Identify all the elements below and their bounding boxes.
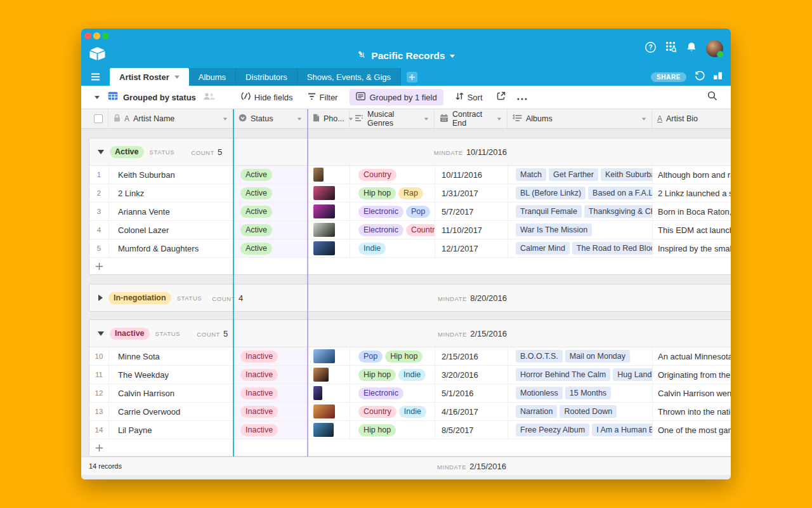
table-row[interactable]: 5 Mumford & Daughters Active Indie 12/1/… xyxy=(89,239,731,258)
option-chip[interactable]: Indie xyxy=(398,369,426,381)
artist-name-cell[interactable]: Calvin Harrison xyxy=(109,384,234,402)
artist-name-cell[interactable]: Lil Payne xyxy=(109,421,234,439)
column-menu-icon[interactable] xyxy=(348,117,352,120)
genres-cell[interactable]: Indie xyxy=(350,239,435,257)
grid-view-icon[interactable] xyxy=(108,91,118,103)
column-header-status[interactable]: Status xyxy=(233,109,308,128)
status-cell[interactable]: Inactive xyxy=(234,403,308,420)
status-cell[interactable]: Inactive xyxy=(234,366,308,384)
tab-caret-icon[interactable] xyxy=(174,76,180,79)
option-chip[interactable]: Rap xyxy=(398,187,423,199)
column-header-artist-bio[interactable]: A Artist Bio xyxy=(652,109,731,128)
artist-name-cell[interactable]: Keith Suburban xyxy=(109,166,234,184)
tab-shows-events-gigs[interactable]: Shows, Events, & Gigs xyxy=(298,68,401,86)
genres-cell[interactable]: Hip hopRap xyxy=(350,184,435,202)
tab-albums[interactable]: Albums xyxy=(189,68,236,86)
column-menu-icon[interactable] xyxy=(223,117,227,120)
photo-cell[interactable] xyxy=(308,421,350,439)
search-icon[interactable] xyxy=(707,91,717,104)
option-chip[interactable]: Indie xyxy=(358,243,386,255)
option-chip[interactable]: Hip hop xyxy=(358,369,396,381)
status-cell[interactable]: Inactive xyxy=(234,384,308,402)
artist-bio-cell[interactable]: 2 Linkz launched a suc xyxy=(653,184,731,202)
status-cell[interactable]: Active xyxy=(234,239,308,257)
group-header[interactable]: Active STATUS COUNT5 MINDATE10/11/2016 xyxy=(89,138,731,166)
option-chip[interactable]: Motionless xyxy=(516,387,563,399)
more-options-icon[interactable] xyxy=(517,91,527,103)
genres-cell[interactable]: ElectronicPop xyxy=(350,203,435,220)
help-icon[interactable]: ? xyxy=(645,42,656,55)
group-header[interactable]: In-negotiation STATUS COUNT4 MINDATE8/20… xyxy=(89,284,731,311)
option-chip[interactable]: Mail on Monday xyxy=(565,350,630,363)
group-button[interactable]: Grouped by 1 field xyxy=(350,89,443,105)
artist-bio-cell[interactable]: Originating from the B xyxy=(653,366,731,384)
add-record-row[interactable] xyxy=(89,258,731,274)
collaborators-icon[interactable] xyxy=(203,91,215,103)
close-window-button[interactable] xyxy=(84,32,91,39)
column-menu-icon[interactable] xyxy=(642,117,646,120)
genres-cell[interactable]: Country xyxy=(350,166,435,184)
option-chip[interactable]: Country xyxy=(406,224,435,236)
table-row[interactable]: 14 Lil Payne Inactive Hip hop 8/5/2017 F… xyxy=(89,421,731,439)
option-chip[interactable]: Keith Suburban in xyxy=(601,168,653,181)
column-header-albums[interactable]: Albums xyxy=(508,109,652,128)
option-chip[interactable]: Electronic xyxy=(358,224,403,236)
option-chip[interactable]: Country xyxy=(358,169,396,181)
table-row[interactable]: 12 Calvin Harrison Inactive Electronic 5… xyxy=(89,384,731,403)
option-chip[interactable]: Hip hop xyxy=(385,351,422,363)
add-record-row[interactable] xyxy=(89,439,731,456)
option-chip[interactable]: BL (Before Linkz) xyxy=(516,187,586,199)
option-chip[interactable]: B.O.O.T.S. xyxy=(516,350,563,363)
contract-end-cell[interactable]: 10/11/2016 xyxy=(435,166,508,184)
artist-bio-cell[interactable]: One of the most game xyxy=(653,421,731,439)
albums-cell[interactable]: BL (Before Linkz)Based on a F.A.L.S.E xyxy=(508,184,653,202)
option-chip[interactable]: Based on a F.A.L.S.E xyxy=(588,187,653,199)
column-header-contract-end[interactable]: Contract End xyxy=(435,109,508,128)
artist-bio-cell[interactable]: Inspired by the small r xyxy=(653,239,731,257)
option-chip[interactable]: Horror Behind The Calm xyxy=(516,368,610,381)
contract-end-cell[interactable]: 8/5/2017 xyxy=(435,421,508,439)
albums-cell[interactable]: Calmer MindThe Road to Red Blocks xyxy=(508,239,653,257)
photo-cell[interactable] xyxy=(308,184,350,202)
select-all-checkbox[interactable] xyxy=(94,114,103,123)
photo-cell[interactable] xyxy=(308,221,350,239)
select-all-cell[interactable] xyxy=(89,109,108,128)
column-menu-icon[interactable] xyxy=(424,117,428,120)
option-chip[interactable]: Electronic xyxy=(358,387,403,399)
photo-cell[interactable] xyxy=(308,347,350,365)
blocks-icon[interactable] xyxy=(713,71,723,83)
artist-bio-cell[interactable]: Although born and rais xyxy=(653,166,731,184)
genres-cell[interactable]: PopHip hop xyxy=(350,347,435,365)
status-cell[interactable]: Inactive xyxy=(234,347,308,365)
photo-cell[interactable] xyxy=(308,239,350,257)
tab-distributors[interactable]: Distributors xyxy=(236,68,298,86)
expand-group-icon[interactable] xyxy=(98,295,103,301)
option-chip[interactable]: 15 Months xyxy=(565,387,611,399)
marketplace-grid-icon[interactable] xyxy=(665,41,677,55)
option-chip[interactable]: Electronic xyxy=(358,206,403,218)
genres-cell[interactable]: ElectronicCountry xyxy=(350,221,435,239)
table-row[interactable]: 2 2 Linkz Active Hip hopRap 1/31/2017 BL… xyxy=(89,184,731,203)
option-chip[interactable]: Tranquil Female xyxy=(516,205,582,218)
sidebar-menu-icon[interactable] xyxy=(81,68,110,86)
contract-end-cell[interactable]: 4/16/2017 xyxy=(435,403,508,420)
option-chip[interactable]: Get Farther xyxy=(549,168,598,181)
option-chip[interactable]: Free Peezy Album xyxy=(516,424,589,436)
artist-bio-cell[interactable]: Calvin Harrison went f xyxy=(653,384,731,402)
view-name[interactable]: Grouped by status xyxy=(123,93,196,102)
status-cell[interactable]: Active xyxy=(234,166,308,184)
artist-name-cell[interactable]: The Weekday xyxy=(109,366,234,384)
albums-cell[interactable]: Motionless15 Months xyxy=(508,384,653,402)
filter-button[interactable]: Filter xyxy=(308,93,338,102)
artist-name-cell[interactable]: 2 Linkz xyxy=(109,184,234,202)
contract-end-cell[interactable]: 12/1/2017 xyxy=(435,239,508,257)
artist-bio-cell[interactable]: An actual Minnesotan, xyxy=(653,347,731,365)
contract-end-cell[interactable]: 1/31/2017 xyxy=(435,184,508,202)
column-header-photo[interactable]: Pho... xyxy=(308,109,350,128)
artist-bio-cell[interactable]: This EDM act launched xyxy=(653,221,731,239)
option-chip[interactable]: The Road to Red Blocks xyxy=(572,242,653,255)
albums-cell[interactable]: Free Peezy AlbumI Am a Human Being xyxy=(508,421,653,439)
minimize-window-button[interactable] xyxy=(93,32,100,39)
contract-end-cell[interactable]: 3/20/2016 xyxy=(435,366,508,384)
option-chip[interactable]: War Is The Mission xyxy=(516,224,592,236)
